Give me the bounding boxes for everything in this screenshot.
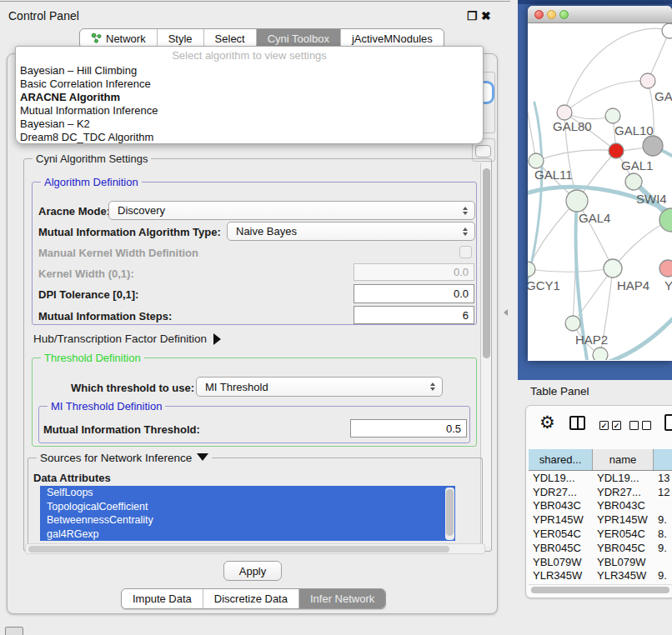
manual-kernel-checkbox[interactable] [459, 246, 472, 258]
table-cell[interactable]: 9. [654, 512, 672, 527]
table-cell[interactable]: 9. [654, 541, 672, 555]
table-cell[interactable]: YBR045C [529, 541, 593, 555]
deselect-all-checkbox-icon[interactable] [629, 421, 639, 430]
gear-icon[interactable]: ⚙ [539, 412, 555, 432]
settings-horizontal-scrollbar[interactable] [25, 543, 485, 554]
network-graph[interactable]: GALGAL80GAL10GAL1GAL11SWI4GAL4GCY1HAP4YH… [528, 23, 672, 360]
table-cell[interactable]: 13 [654, 471, 672, 485]
column-layout-icon[interactable] [569, 416, 585, 430]
table-row[interactable]: YBR043CYBR043C [529, 499, 672, 513]
attribute-topologicalcoefficient[interactable]: TopologicalCoefficient [40, 500, 455, 514]
table-cell[interactable] [654, 499, 672, 513]
network-node-y[interactable] [659, 260, 672, 277]
settings-horizontal-scrollbar-thumb[interactable] [28, 546, 449, 552]
table-row[interactable]: YDL19...YDL19...13 [529, 471, 672, 485]
tab-style-label: Style [168, 32, 193, 45]
network-node[interactable] [643, 136, 663, 156]
table-row[interactable]: YBR045CYBR045C9. [529, 541, 672, 555]
network-node[interactable] [662, 23, 672, 38]
algorithm-option-mutual-information[interactable]: Mutual Information Inference [16, 104, 483, 118]
new-table-icon[interactable] [664, 414, 672, 431]
network-node-hap4[interactable] [604, 259, 622, 278]
attribute-betweennesscentrality[interactable]: BetweennessCentrality [40, 513, 455, 528]
table-cell[interactable]: 9. [654, 569, 672, 583]
table-cell[interactable]: YDL19... [593, 471, 654, 485]
algorithm-option-aracne[interactable]: ARACNE Algorithm [16, 91, 483, 104]
apply-button[interactable]: Apply [223, 561, 282, 581]
table-row[interactable]: YBL079WYBL079W [529, 555, 672, 569]
table-cell[interactable]: YLR345W [529, 569, 593, 583]
tab-discretize-data[interactable]: Discretize Data [203, 589, 299, 608]
network-node-gal10[interactable] [605, 108, 620, 123]
table-cell[interactable]: YBL079W [529, 555, 593, 569]
column-header-partial[interactable] [654, 449, 672, 470]
float-window-icon[interactable]: ❐ [467, 9, 478, 22]
close-traffic-light-icon[interactable] [534, 10, 544, 19]
table-horizontal-scrollbar[interactable] [529, 584, 672, 594]
network-window-titlebar[interactable] [528, 6, 672, 23]
dock-panel-icon[interactable] [5, 627, 23, 635]
hub-definition-toggle[interactable]: Hub/Transcription Factor Definition [33, 332, 221, 345]
table-row[interactable]: YLR345WYLR345W9. [529, 569, 672, 583]
table-cell[interactable]: YER054C [529, 527, 593, 541]
aracne-mode-select[interactable]: Discovery [108, 201, 475, 220]
zoom-traffic-light-icon[interactable] [559, 10, 569, 19]
network-node-hap2[interactable] [565, 316, 580, 331]
table-cell[interactable]: YBR043C [529, 499, 593, 513]
attribute-gal4rgexp[interactable]: gal4RGexp [40, 528, 455, 542]
close-window-icon[interactable]: ✖ [481, 9, 491, 22]
table-cell[interactable]: YPR145W [529, 512, 593, 527]
which-threshold-select[interactable]: MI Threshold [196, 377, 443, 397]
node-label: HAP4 [617, 278, 649, 292]
network-node-gal1[interactable] [609, 143, 624, 158]
algorithm-option-bayesian-hill[interactable]: Bayesian – Hill Climbing [16, 64, 483, 78]
minimize-traffic-light-icon[interactable] [547, 10, 556, 19]
attribute-selfloops[interactable]: SelfLoops [40, 486, 455, 500]
table-cell[interactable]: YDL19... [529, 471, 593, 485]
network-canvas[interactable]: GALGAL80GAL10GAL1GAL11SWI4GAL4GCY1HAP4YH… [528, 23, 672, 360]
mi-type-label: Mutual Information Algorithm Type: [38, 226, 221, 238]
table-cell[interactable]: YBL079W [593, 555, 654, 569]
table-cell[interactable]: YLR345W [593, 569, 654, 583]
network-node-gal4[interactable] [566, 190, 588, 212]
mi-steps-input[interactable]: 6 [354, 306, 474, 324]
tab-impute-data[interactable]: Impute Data [122, 589, 203, 608]
algorithm-option-bayesian-k2[interactable]: Bayesian – K2 [16, 118, 483, 131]
table-cell[interactable]: YBR045C [593, 541, 654, 555]
table-horizontal-scrollbar-thumb[interactable] [531, 587, 669, 593]
sources-group-title[interactable]: Sources for Network Inference [37, 452, 212, 464]
network-node-gal[interactable] [640, 73, 655, 88]
select-all-checkbox-icon[interactable]: ✓ [599, 421, 609, 430]
mi-threshold-label: Mutual Information Threshold: [43, 423, 200, 436]
table-cell[interactable]: YBR043C [593, 499, 654, 513]
column-header-shared[interactable]: shared... [529, 449, 593, 470]
table-cell[interactable]: 8. [654, 527, 672, 541]
table-cell[interactable]: YPR145W [593, 512, 654, 527]
dpi-tolerance-input[interactable]: 0.0 [354, 284, 474, 303]
algorithm-option-dream8[interactable]: Dream8 DC_TDC Algorithm [16, 131, 483, 144]
column-header-name[interactable]: name [593, 449, 654, 470]
split-pane-handle-icon[interactable] [504, 309, 508, 316]
table-cell[interactable]: YER054C [593, 527, 654, 541]
network-node-gal80[interactable] [557, 105, 572, 120]
tab-infer-network[interactable]: Infer Network [299, 589, 385, 608]
table-cell[interactable]: 12 [654, 485, 672, 499]
settings-vertical-scrollbar-thumb[interactable] [483, 168, 490, 358]
table-row[interactable]: YER054CYER054C8. [529, 527, 672, 541]
mi-threshold-input[interactable]: 0.5 [350, 419, 467, 438]
mi-type-select[interactable]: Naive Bayes [227, 222, 475, 241]
network-node-gal11[interactable] [529, 153, 544, 168]
deselect-all-checkbox-icon-2[interactable] [642, 421, 651, 430]
network-node-swi4[interactable] [625, 173, 642, 190]
network-node[interactable] [593, 348, 608, 360]
table-cell[interactable]: YDR27... [593, 485, 654, 499]
attributes-scrollbar[interactable] [445, 488, 454, 540]
algorithm-option-basic-correlation[interactable]: Basic Correlation Inference [16, 78, 483, 91]
table-cell[interactable] [654, 555, 672, 569]
attributes-scrollbar-thumb[interactable] [446, 489, 454, 536]
table-row[interactable]: YDR27...YDR27...12 [529, 485, 672, 499]
table-cell[interactable]: YDR27... [529, 485, 593, 499]
select-all-checkbox-icon-2[interactable]: ✓ [612, 421, 621, 430]
table-row[interactable]: YPR145WYPR145W9. [529, 512, 672, 527]
network-node-gcy1[interactable] [528, 262, 535, 277]
